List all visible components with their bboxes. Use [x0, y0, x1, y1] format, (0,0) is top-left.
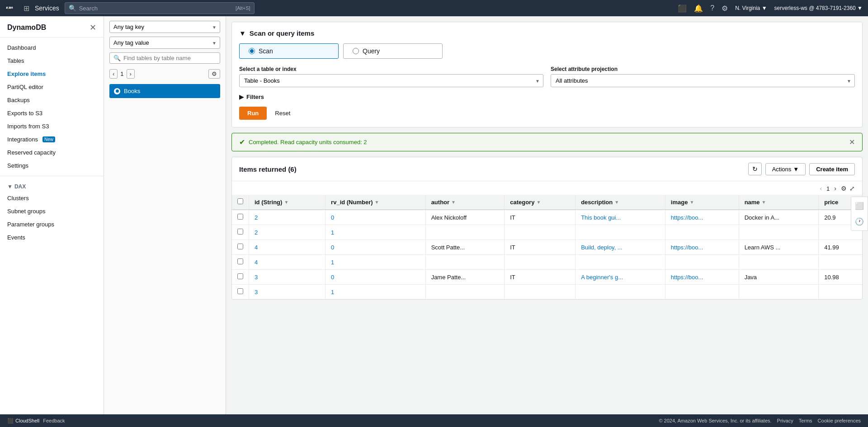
row-checkbox-cell[interactable]: [232, 255, 249, 270]
description-link[interactable]: A beginner's g...: [581, 274, 623, 281]
cell-description[interactable]: [576, 255, 665, 270]
id-link[interactable]: 3: [255, 289, 258, 296]
sidebar-item-backups[interactable]: Backups: [0, 94, 104, 107]
rv-id-link[interactable]: 1: [331, 229, 334, 236]
table-next-button[interactable]: ›: [832, 184, 838, 193]
aws-logo[interactable]: [5, 4, 18, 13]
cell-image[interactable]: [665, 255, 739, 270]
cell-id[interactable]: 3: [249, 285, 326, 300]
table-search-input[interactable]: [123, 55, 216, 61]
select-all-checkbox[interactable]: [237, 198, 243, 204]
id-link[interactable]: 2: [255, 229, 258, 236]
row-checkbox-cell[interactable]: [232, 240, 249, 255]
cookie-link[interactable]: Cookie preferences: [818, 418, 861, 423]
sidebar-item-integrations[interactable]: Integrations New: [0, 133, 104, 146]
filters-toggle[interactable]: ▶ Filters: [239, 94, 855, 100]
bell-icon[interactable]: 🔔: [694, 4, 703, 13]
col-header-name[interactable]: name▼: [739, 195, 819, 210]
tag-key-select[interactable]: Any tag key: [109, 21, 220, 33]
table-settings-icon[interactable]: ⚙: [841, 185, 847, 192]
row-checkbox-cell[interactable]: [232, 270, 249, 285]
right-panel-icon-1[interactable]: ⬜: [851, 199, 868, 213]
privacy-link[interactable]: Privacy: [777, 418, 793, 423]
sidebar-item-subnet-groups[interactable]: Subnet groups: [0, 205, 104, 218]
table-search[interactable]: 🔍: [109, 52, 220, 64]
sidebar-item-explore-items[interactable]: Explore items: [0, 67, 104, 80]
col-header-category[interactable]: category▼: [505, 195, 576, 210]
terms-link[interactable]: Terms: [799, 418, 812, 423]
cell-description[interactable]: This book gui...: [576, 210, 665, 225]
row-checkbox-cell[interactable]: [232, 285, 249, 300]
cell-rv-id[interactable]: 0: [326, 270, 426, 285]
cell-id[interactable]: 4: [249, 255, 326, 270]
table-expand-icon[interactable]: ⤢: [849, 185, 855, 192]
id-link[interactable]: 2: [255, 214, 258, 221]
description-link[interactable]: Build, deploy, ...: [581, 244, 623, 251]
cell-image[interactable]: https://boo...: [665, 270, 739, 285]
row-checkbox[interactable]: [237, 214, 243, 220]
rv-id-link[interactable]: 0: [331, 274, 334, 281]
banner-close-button[interactable]: ✕: [849, 138, 855, 146]
search-bar[interactable]: 🔍 [Alt+S]: [65, 2, 255, 14]
cell-description[interactable]: A beginner's g...: [576, 270, 665, 285]
row-checkbox[interactable]: [237, 273, 243, 279]
cell-image[interactable]: https://boo...: [665, 210, 739, 225]
data-table-scroll[interactable]: id (String)▼ rv_id (Number)▼ author▼ cat…: [232, 195, 862, 299]
prev-page-button[interactable]: ‹: [109, 69, 118, 79]
row-checkbox-cell[interactable]: [232, 210, 249, 225]
cell-description[interactable]: [576, 285, 665, 300]
refresh-button[interactable]: ↻: [748, 163, 762, 175]
col-header-author[interactable]: author▼: [425, 195, 505, 210]
col-header-image[interactable]: image▼: [665, 195, 739, 210]
books-table-item[interactable]: Books: [109, 84, 220, 98]
cell-rv-id[interactable]: 1: [326, 255, 426, 270]
services-label[interactable]: Services: [35, 5, 59, 12]
table-select[interactable]: Table - Books: [239, 74, 543, 87]
pagination-settings-button[interactable]: ⚙: [208, 69, 220, 79]
account-selector[interactable]: serverless-ws @ 4783-7191-2360 ▼: [774, 5, 863, 11]
row-checkbox[interactable]: [237, 288, 243, 294]
rv-id-link[interactable]: 1: [331, 259, 334, 266]
id-link[interactable]: 4: [255, 259, 258, 266]
table-prev-button[interactable]: ‹: [818, 184, 824, 193]
id-link[interactable]: 3: [255, 274, 258, 281]
sidebar-item-reserved[interactable]: Reserved capacity: [0, 146, 104, 159]
reset-button[interactable]: Reset: [271, 107, 294, 120]
image-link[interactable]: https://boo...: [671, 244, 703, 251]
row-checkbox[interactable]: [237, 258, 243, 264]
col-header-description[interactable]: description▼: [576, 195, 665, 210]
cell-image[interactable]: https://boo...: [665, 240, 739, 255]
cell-rv-id[interactable]: 1: [326, 285, 426, 300]
settings-icon[interactable]: ⚙: [722, 4, 728, 13]
scan-radio[interactable]: [249, 48, 255, 54]
feedback-link[interactable]: Feedback: [43, 418, 65, 423]
sidebar-item-imports[interactable]: Imports from S3: [0, 120, 104, 133]
sidebar-item-partiql[interactable]: PartiQL editor: [0, 80, 104, 94]
cell-rv-id[interactable]: 0: [326, 210, 426, 225]
cell-image[interactable]: [665, 225, 739, 240]
help-icon[interactable]: ?: [710, 4, 714, 12]
create-item-button[interactable]: Create item: [809, 163, 855, 175]
rv-id-link[interactable]: 1: [331, 289, 334, 296]
cloudshell-button[interactable]: ⬛ CloudShell: [7, 418, 39, 424]
image-link[interactable]: https://boo...: [671, 274, 703, 281]
cell-id[interactable]: 3: [249, 270, 326, 285]
query-option[interactable]: Query: [343, 43, 443, 59]
row-checkbox-cell[interactable]: [232, 225, 249, 240]
cell-description[interactable]: Build, deploy, ...: [576, 240, 665, 255]
cell-rv-id[interactable]: 0: [326, 240, 426, 255]
row-checkbox[interactable]: [237, 229, 243, 235]
sidebar-item-parameter-groups[interactable]: Parameter groups: [0, 218, 104, 231]
sidebar-item-tables[interactable]: Tables: [0, 54, 104, 67]
id-link[interactable]: 4: [255, 244, 258, 251]
run-button[interactable]: Run: [239, 107, 267, 120]
terminal-icon[interactable]: ⬛: [678, 4, 687, 13]
description-link[interactable]: This book gui...: [581, 214, 621, 221]
tag-value-select[interactable]: Any tag value: [109, 37, 220, 49]
sidebar-item-clusters[interactable]: Clusters: [0, 192, 104, 205]
region-selector[interactable]: N. Virginia ▼: [735, 5, 767, 11]
scan-section-title[interactable]: ▼ Scan or query items: [239, 29, 855, 37]
dax-section-label[interactable]: ▼ DAX: [0, 180, 104, 192]
scan-option[interactable]: Scan: [239, 43, 339, 59]
grid-icon[interactable]: ⊞: [24, 4, 29, 13]
